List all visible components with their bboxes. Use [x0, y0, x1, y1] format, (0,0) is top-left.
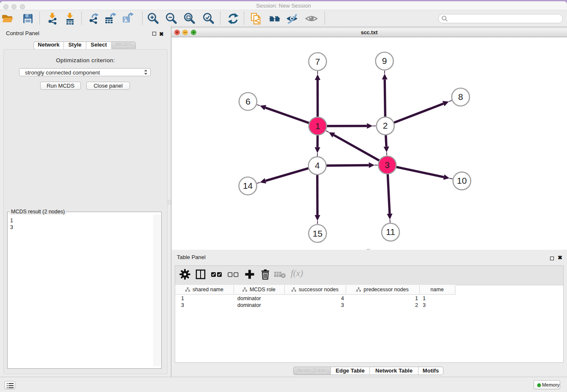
svg-text:10: 10 — [457, 176, 467, 185]
svg-text:14: 14 — [243, 181, 253, 190]
svg-text:11: 11 — [386, 227, 395, 237]
svg-text:6: 6 — [245, 97, 250, 106]
svg-text:3: 3 — [385, 160, 390, 170]
svg-text:15: 15 — [313, 229, 322, 238]
svg-text:9: 9 — [382, 56, 387, 66]
svg-text:8: 8 — [458, 92, 463, 102]
svg-text:7: 7 — [315, 57, 320, 66]
svg-text:1: 1 — [315, 121, 320, 131]
svg-text:2: 2 — [383, 121, 388, 130]
svg-text:4: 4 — [315, 160, 320, 170]
